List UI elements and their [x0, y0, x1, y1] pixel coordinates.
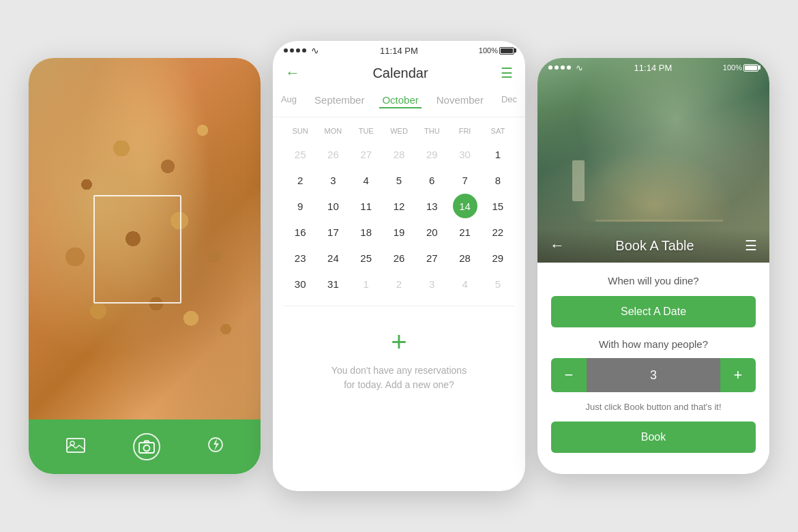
svg-point-3	[144, 445, 150, 452]
book-hint: Just click Book button and that's it!	[551, 402, 756, 412]
day-10[interactable]: 10	[325, 194, 342, 219]
day-23[interactable]: 23	[292, 246, 309, 271]
header-thu: THU	[415, 124, 448, 138]
day-1[interactable]: 1	[492, 142, 503, 167]
week-5: 23 24 25 26 27 28 29	[284, 246, 514, 270]
day-30[interactable]: 30	[292, 271, 309, 297]
day-31[interactable]: 31	[325, 271, 342, 297]
day-22[interactable]: 22	[490, 220, 507, 245]
week-2: 2 3 4 5 6 7 8	[284, 168, 514, 192]
battery-body	[499, 47, 514, 55]
battery-fill	[501, 48, 513, 53]
day-25[interactable]: 25	[357, 246, 374, 271]
week-1: 25 26 27 28 29 30 1	[284, 142, 514, 166]
svg-rect-0	[67, 439, 85, 452]
hero-header: ← Book A Table ☰	[537, 228, 769, 263]
day-16[interactable]: 16	[292, 220, 309, 245]
day-12[interactable]: 12	[391, 194, 408, 219]
day-9[interactable]: 9	[295, 194, 306, 219]
hero-back-button[interactable]: ←	[550, 237, 565, 254]
day-3[interactable]: 3	[327, 168, 338, 193]
day-27[interactable]: 27	[424, 246, 441, 271]
hero-dot2	[555, 65, 559, 70]
select-date-button[interactable]: Select A Date	[551, 296, 756, 327]
day-21[interactable]: 21	[456, 220, 473, 245]
hero-battery-fill	[745, 65, 757, 70]
day-28-prev[interactable]: 28	[391, 142, 408, 167]
divider	[284, 306, 514, 306]
empty-state: + You don't have any reservations for to…	[273, 312, 525, 399]
month-tab-oct[interactable]: October	[379, 93, 421, 108]
day-2-next[interactable]: 2	[394, 271, 404, 297]
week-6: 30 31 1 2 3 4 5	[284, 271, 514, 296]
day-4[interactable]: 4	[361, 168, 372, 193]
increment-button[interactable]: +	[720, 358, 756, 392]
battery-percent: 100%	[479, 46, 498, 55]
month-tab-aug[interactable]: Aug	[278, 93, 299, 108]
day-27-prev[interactable]: 27	[357, 142, 374, 167]
back-button[interactable]: ←	[285, 64, 300, 82]
hero-menu-icon[interactable]: ☰	[745, 237, 757, 254]
day-5-next[interactable]: 5	[492, 271, 503, 297]
add-icon[interactable]: +	[286, 328, 512, 355]
status-time: 11:14 PM	[380, 46, 418, 56]
header-sun: SUN	[284, 124, 316, 138]
header-fri: FRI	[448, 124, 481, 138]
day-2[interactable]: 2	[295, 168, 306, 193]
day-8[interactable]: 8	[492, 168, 503, 193]
day-26-prev[interactable]: 26	[325, 142, 342, 167]
camera-toolbar	[29, 419, 261, 474]
camera-icon[interactable]	[133, 433, 160, 460]
food-photo	[29, 58, 261, 419]
flash-icon[interactable]	[208, 435, 223, 458]
day-14-today[interactable]: 14	[453, 194, 477, 218]
day-13[interactable]: 13	[424, 194, 441, 219]
hero-battery: 100%	[723, 63, 758, 72]
month-tab-dec[interactable]: Dec	[499, 93, 520, 108]
book-content: When will you dine? Select A Date With h…	[537, 263, 769, 465]
dot1	[284, 48, 288, 53]
hero-dot4	[567, 65, 571, 70]
day-28[interactable]: 28	[456, 246, 473, 271]
day-7[interactable]: 7	[459, 168, 470, 193]
decrement-button[interactable]: −	[551, 358, 587, 392]
hero-wifi-icon: ∿	[576, 63, 583, 73]
book-button[interactable]: Book	[551, 422, 756, 453]
week-4: 16 17 18 19 20 21 22	[284, 220, 514, 244]
day-headers: SUN MON TUE WED THU FRI SAT	[284, 124, 514, 138]
day-11[interactable]: 11	[357, 194, 374, 219]
calendar-header: ← Calendar ☰	[273, 60, 525, 90]
day-3-next[interactable]: 3	[426, 271, 437, 297]
header-sat: SAT	[482, 124, 514, 138]
people-stepper: − 3 +	[551, 358, 756, 392]
selection-rectangle	[93, 195, 181, 304]
header-wed: WED	[383, 124, 415, 138]
day-29[interactable]: 29	[490, 246, 507, 271]
calendar-grid: SUN MON TUE WED THU FRI SAT 25 26 27 28 …	[273, 117, 525, 300]
month-tab-nov[interactable]: November	[434, 93, 486, 108]
day-5[interactable]: 5	[394, 168, 404, 193]
header-mon: MON	[316, 124, 349, 138]
day-6[interactable]: 6	[426, 168, 437, 193]
day-1-next[interactable]: 1	[361, 271, 372, 297]
day-20[interactable]: 20	[424, 220, 441, 245]
status-bar: ∿ 11:14 PM 100%	[273, 41, 525, 60]
day-19[interactable]: 19	[391, 220, 408, 245]
day-4-next[interactable]: 4	[459, 271, 470, 297]
day-17[interactable]: 17	[325, 220, 342, 245]
day-30-prev[interactable]: 30	[456, 142, 473, 167]
hero-dot1	[548, 65, 552, 70]
month-tab-sep[interactable]: September	[312, 93, 367, 108]
menu-icon[interactable]: ☰	[501, 65, 513, 81]
day-18[interactable]: 18	[357, 220, 374, 245]
day-26[interactable]: 26	[391, 246, 408, 271]
day-25-prev[interactable]: 25	[292, 142, 309, 167]
day-15[interactable]: 15	[490, 194, 507, 219]
hero-battery-body	[743, 64, 758, 72]
gallery-icon[interactable]	[66, 437, 85, 457]
screen2-phone: ∿ 11:14 PM 100% ← Calendar ☰ Aug Septemb…	[273, 41, 525, 491]
day-29-prev[interactable]: 29	[424, 142, 441, 167]
week-3: 9 10 11 12 13 14 15	[284, 194, 514, 218]
day-24[interactable]: 24	[325, 246, 342, 271]
dot2	[290, 48, 294, 53]
